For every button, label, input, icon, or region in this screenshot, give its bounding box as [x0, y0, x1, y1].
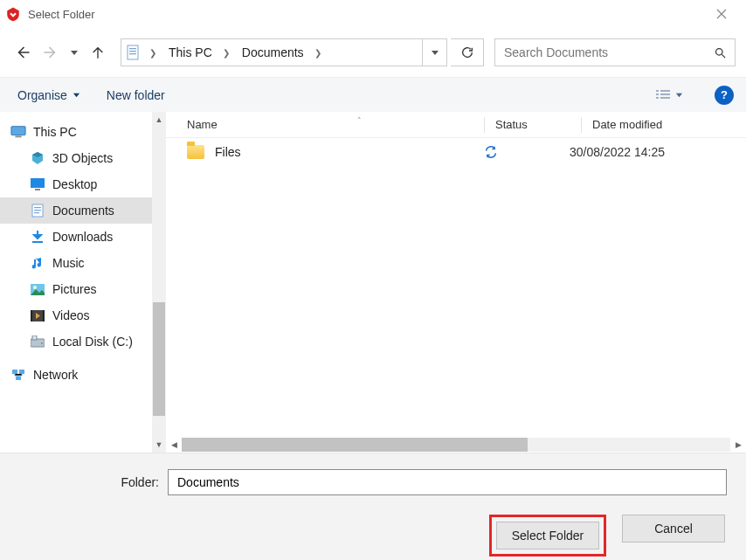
- svg-rect-26: [32, 335, 37, 340]
- back-button[interactable]: [10, 40, 35, 65]
- tree-local-disk[interactable]: Local Disk (C:): [0, 328, 152, 355]
- forward-button[interactable]: [38, 40, 63, 65]
- svg-rect-24: [43, 310, 45, 321]
- breadcrumb-0[interactable]: This PC❯: [165, 45, 233, 59]
- sync-icon: [484, 145, 498, 159]
- organise-menu[interactable]: Organise: [12, 85, 86, 106]
- svg-rect-13: [31, 178, 45, 188]
- hscroll-right-icon[interactable]: ▶: [730, 440, 746, 449]
- column-date[interactable]: Date modified: [592, 118, 746, 131]
- recent-locations-dropdown[interactable]: [66, 40, 82, 65]
- refresh-button[interactable]: [451, 38, 484, 66]
- svg-rect-1: [129, 48, 136, 49]
- svg-rect-16: [34, 207, 41, 208]
- downloads-icon: [30, 229, 45, 245]
- folder-label: Folder:: [19, 475, 159, 489]
- svg-point-21: [33, 286, 37, 289]
- hscroll-left-icon[interactable]: ◀: [166, 440, 182, 449]
- svg-rect-28: [12, 370, 17, 374]
- close-button[interactable]: [702, 1, 741, 27]
- svg-rect-18: [34, 212, 39, 213]
- item-name: Files: [215, 145, 241, 159]
- svg-point-27: [41, 342, 43, 344]
- view-options-button[interactable]: [650, 83, 688, 107]
- document-type-icon: [127, 45, 141, 60]
- folder-icon: [187, 145, 204, 159]
- svg-rect-2: [129, 51, 136, 52]
- search-box[interactable]: [494, 38, 736, 66]
- item-date: 30/08/2022 14:25: [570, 145, 746, 159]
- this-pc-icon: [10, 124, 26, 140]
- footer: Folder: Select Folder Cancel: [0, 453, 746, 560]
- file-list: Name ˄ Status Date modified Files 30/08/…: [166, 112, 746, 453]
- documents-icon: [30, 203, 45, 218]
- column-headers[interactable]: Name ˄ Status Date modified: [166, 112, 746, 138]
- videos-icon: [30, 308, 45, 323]
- tree-this-pc[interactable]: This PC: [0, 119, 152, 145]
- svg-point-4: [715, 48, 722, 55]
- nav-tree: This PC 3D Objects Desktop Documents Dow…: [0, 112, 166, 453]
- up-button[interactable]: [86, 40, 110, 65]
- help-button[interactable]: ?: [715, 86, 734, 105]
- breadcrumb-1[interactable]: Documents❯: [238, 45, 325, 59]
- svg-rect-0: [128, 45, 138, 59]
- scroll-down-icon[interactable]: ▼: [152, 437, 166, 453]
- 3d-objects-icon: [30, 150, 45, 166]
- tree-music[interactable]: Music: [0, 250, 152, 276]
- select-folder-button[interactable]: Select Folder: [496, 522, 599, 550]
- pictures-icon: [30, 281, 45, 297]
- select-folder-highlight: Select Folder: [489, 515, 606, 557]
- list-item[interactable]: Files 30/08/2022 14:25: [166, 138, 746, 166]
- music-icon: [30, 255, 45, 271]
- svg-rect-29: [19, 370, 24, 374]
- app-icon: [5, 6, 21, 22]
- tree-3d-objects[interactable]: 3D Objects: [0, 145, 152, 171]
- address-bar[interactable]: ❯ This PC❯ Documents❯: [121, 38, 447, 66]
- horizontal-scrollbar[interactable]: ◀ ▶: [166, 437, 746, 453]
- svg-rect-19: [32, 241, 43, 243]
- scroll-thumb[interactable]: [153, 302, 165, 416]
- folder-input[interactable]: [168, 469, 727, 495]
- svg-rect-17: [34, 210, 41, 211]
- sort-indicator-icon: ˄: [357, 116, 362, 125]
- new-folder-button[interactable]: New folder: [101, 85, 170, 106]
- window-title: Select Folder: [28, 8, 702, 21]
- title-bar: Select Folder: [0, 0, 746, 28]
- cancel-button[interactable]: Cancel: [622, 515, 725, 543]
- svg-rect-12: [15, 136, 21, 138]
- main-area: This PC 3D Objects Desktop Documents Dow…: [0, 112, 746, 453]
- tree-downloads[interactable]: Downloads: [0, 224, 152, 250]
- network-icon: [10, 367, 26, 383]
- svg-rect-3: [129, 53, 136, 54]
- search-icon[interactable]: [705, 39, 735, 66]
- tree-scrollbar[interactable]: ▲ ▼: [152, 112, 166, 453]
- tree-desktop[interactable]: Desktop: [0, 171, 152, 197]
- svg-rect-23: [31, 310, 32, 321]
- desktop-icon: [30, 176, 45, 192]
- breadcrumb-sep-0[interactable]: ❯: [146, 48, 160, 58]
- address-row: ❯ This PC❯ Documents❯: [0, 28, 746, 77]
- search-input[interactable]: [495, 45, 705, 59]
- tree-pictures[interactable]: Pictures: [0, 276, 152, 302]
- disk-icon: [30, 334, 45, 349]
- svg-rect-11: [11, 127, 25, 135]
- toolbar: Organise New folder ?: [0, 77, 746, 112]
- hscroll-thumb[interactable]: [182, 438, 528, 452]
- svg-rect-30: [16, 377, 21, 380]
- address-dropdown[interactable]: [422, 39, 446, 66]
- tree-videos[interactable]: Videos: [0, 302, 152, 328]
- column-status[interactable]: Status: [495, 118, 581, 131]
- tree-network[interactable]: Network: [0, 362, 152, 388]
- tree-documents[interactable]: Documents: [0, 197, 152, 224]
- column-name[interactable]: Name ˄: [187, 118, 484, 131]
- svg-rect-14: [35, 189, 40, 190]
- scroll-up-icon[interactable]: ▲: [152, 112, 166, 128]
